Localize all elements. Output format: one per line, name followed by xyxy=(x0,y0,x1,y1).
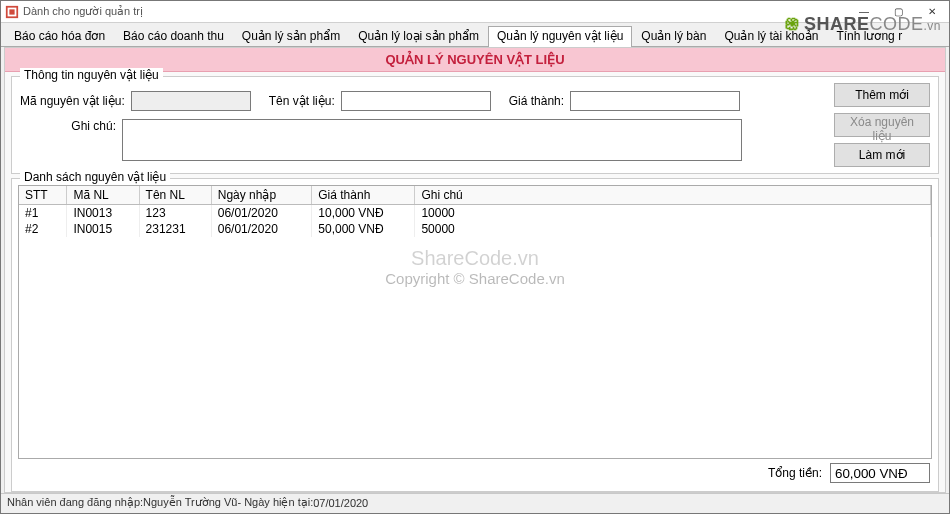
tab-2[interactable]: Quản lý sản phẩm xyxy=(233,25,349,46)
status-sep: - Ngày hiện tại: xyxy=(237,496,313,509)
refresh-button[interactable]: Làm mới xyxy=(834,143,930,167)
status-date: 07/01/2020 xyxy=(313,497,368,509)
maximize-button[interactable]: ▢ xyxy=(881,1,915,23)
tab-1[interactable]: Báo cáo doanh thu xyxy=(114,25,233,46)
col-0[interactable]: STT xyxy=(19,186,67,205)
col-5[interactable]: Ghi chú xyxy=(415,186,931,205)
status-prefix: Nhân viên đang đăng nhập: xyxy=(7,496,143,509)
tab-5[interactable]: Quản lý bàn xyxy=(632,25,715,46)
total-value xyxy=(830,463,930,483)
titlebar: Dành cho người quản trị — ▢ ✕ xyxy=(1,1,949,23)
page-content: QUẢN LÝ NGUYÊN VẬT LIỆU Thông tin nguyên… xyxy=(4,47,946,493)
total-label: Tổng tiền: xyxy=(768,466,822,480)
input-ghichu[interactable] xyxy=(122,119,742,161)
list-group: Danh sách nguyên vật liệu STTMã NLTên NL… xyxy=(11,178,939,492)
col-1[interactable]: Mã NL xyxy=(67,186,139,205)
status-user: Nguyễn Trường Vũ xyxy=(143,496,237,509)
minimize-button[interactable]: — xyxy=(847,1,881,23)
data-grid[interactable]: STTMã NLTên NLNgày nhậpGiá thànhGhi chú#… xyxy=(18,185,932,459)
tab-bar: Báo cáo hóa đơnBáo cáo doanh thuQuản lý … xyxy=(1,23,949,47)
input-ten[interactable] xyxy=(341,91,491,111)
label-ten: Tên vật liệu: xyxy=(269,94,341,108)
col-4[interactable]: Giá thành xyxy=(312,186,415,205)
tab-6[interactable]: Quản lý tài khoản xyxy=(715,25,827,46)
label-ghichu: Ghi chú: xyxy=(20,119,122,133)
table-row[interactable]: #2IN001523123106/01/202050,000 VNĐ50000 xyxy=(19,221,931,237)
delete-button[interactable]: Xóa nguyên liệu xyxy=(834,113,930,137)
app-icon xyxy=(5,5,19,19)
list-legend: Danh sách nguyên vật liệu xyxy=(20,170,170,184)
form-group: Thông tin nguyên vật liệu Mã nguyên vật … xyxy=(11,76,939,174)
tab-3[interactable]: Quản lý loại sản phẩm xyxy=(349,25,488,46)
window-title: Dành cho người quản trị xyxy=(23,5,847,18)
status-bar: Nhân viên đang đăng nhập: Nguyễn Trường … xyxy=(1,493,949,511)
col-2[interactable]: Tên NL xyxy=(139,186,211,205)
input-ma[interactable] xyxy=(131,91,251,111)
svg-rect-2 xyxy=(9,9,14,14)
label-ma: Mã nguyên vật liệu: xyxy=(20,94,131,108)
add-button[interactable]: Thêm mới xyxy=(834,83,930,107)
close-button[interactable]: ✕ xyxy=(915,1,949,23)
col-3[interactable]: Ngày nhập xyxy=(211,186,312,205)
label-gia: Giá thành: xyxy=(509,94,570,108)
tab-0[interactable]: Báo cáo hóa đơn xyxy=(5,25,114,46)
tab-4[interactable]: Quản lý nguyên vật liệu xyxy=(488,26,632,47)
table-row[interactable]: #1IN001312306/01/202010,000 VNĐ10000 xyxy=(19,205,931,222)
form-legend: Thông tin nguyên vật liệu xyxy=(20,68,163,82)
input-gia[interactable] xyxy=(570,91,740,111)
tab-7[interactable]: Tính lương r xyxy=(827,25,911,46)
